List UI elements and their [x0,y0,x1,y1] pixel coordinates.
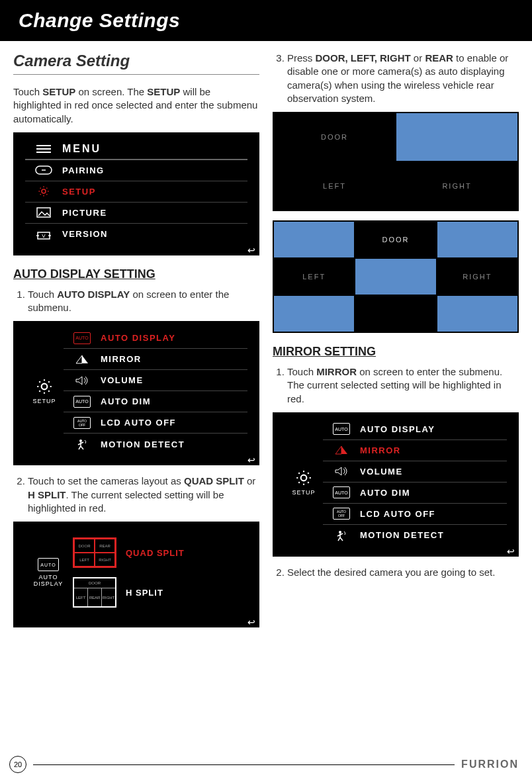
setup-item-auto-dim: AUTO DIM [101,396,151,406]
setup-item-motion-detect: MOTION DETECT [101,439,185,449]
page-banner: Change Settings [0,0,532,41]
svg-point-13 [79,439,82,442]
grid1-right: RIGHT [396,162,517,210]
camera-grid-1: DOOR LEFT RIGHT [273,112,519,211]
sub-title-mirror: MIRROR SETTING [273,345,519,359]
setup-item-motion-detect: MOTION DETECT [360,530,444,540]
menu-item-picture: PICTURE [62,208,107,218]
return-icon: ↩ [247,245,255,255]
grid2-door: DOOR [355,222,435,257]
split-screenshot: AUTO AUTO DISPLAY DOORREAR LEFTRIGHT QUA… [13,522,259,627]
setup-item-mirror: MIRROR [101,354,142,364]
version-icon: V [25,229,62,240]
return-icon: ↩ [507,546,515,557]
svg-point-17 [339,531,341,533]
setup-item-auto-display: AUTO DISPLAY [101,333,175,343]
page-footer: 20 FURRION [0,756,532,773]
auto-step-3: Press DOOR, LEFT, RIGHT or REAR to enabl… [287,52,519,105]
mirror-step-2: Select the desired camera you are going … [287,566,519,579]
brand-logo: FURRION [461,758,519,770]
setup-submenu-screenshot: SETUP AUTOAUTO DISPLAY MIRROR VOLUME AUT… [13,321,259,465]
setup-icon [25,185,62,197]
mirror-step-1: Touch MIRROR on screen to enter the subm… [287,365,519,406]
auto-step-1: Touch AUTO DISPLAY on screen to enter th… [28,288,259,315]
grid2-left: LEFT [274,259,354,295]
svg-marker-14 [335,446,341,454]
auto-icon: AUTO [38,558,59,571]
menu-header-label: MENU [62,143,101,155]
setup-item-auto-dim: AUTO DIM [360,488,410,498]
grid1-door: DOOR [274,113,395,161]
setup-item-mirror: MIRROR [360,445,401,455]
gear-icon [295,469,312,486]
mirror-submenu-screenshot: SETUP AUTOAUTO DISPLAY MIRROR VOLUME AUT… [273,412,519,557]
svg-marker-12 [76,377,82,385]
pairing-icon [25,165,62,175]
setup-item-lcd-auto-off: LCD AUTO OFF [360,509,435,519]
svg-marker-10 [76,355,82,363]
auto-display-side-label: AUTO DISPLAY [29,574,67,587]
h-split-label: H SPLIT [126,588,163,598]
intro-text: Touch SETUP on screen. The SETUP will be… [13,85,259,126]
setup-item-lcd-auto-off: LCD AUTO OFF [101,418,176,428]
picture-icon [25,207,62,218]
quad-split-label: QUAD SPLIT [126,548,185,558]
svg-marker-15 [341,446,347,454]
grid1-left: LEFT [274,162,395,210]
h-split-option: DOOR LEFTREARRIGHT H SPLIT [73,577,238,608]
menu-item-version: VERSION [62,229,108,239]
return-icon: ↩ [247,455,255,465]
auto-step-2: Touch to set the cameras layout as QUAD … [28,475,259,515]
setup-side-label: SETUP [292,489,315,496]
page-number: 20 [9,756,26,773]
svg-marker-16 [335,467,341,475]
setup-side-label: SETUP [32,398,56,404]
camera-grid-2: DOOR LEFT RIGHT [273,220,519,333]
return-icon: ↩ [247,617,255,627]
gear-icon [36,378,53,395]
hamburger-icon [25,144,62,154]
quad-split-option: DOORREAR LEFTRIGHT QUAD SPLIT [73,537,238,568]
menu-screenshot: MENU PAIRING SETUP [13,132,259,255]
grid2-right: RIGHT [437,259,517,295]
right-column: Press DOOR, LEFT, RIGHT or REAR to enabl… [273,52,519,637]
grid1-blue-top [396,113,517,161]
menu-item-pairing: PAIRING [62,165,105,175]
setup-item-volume: VOLUME [360,467,403,477]
svg-marker-11 [82,355,88,363]
menu-item-setup: SETUP [62,187,96,197]
setup-item-volume: VOLUME [101,375,144,385]
section-title-camera-setting: Camera Setting [13,52,259,75]
setup-item-auto-display: AUTO DISPLAY [360,424,435,434]
svg-text:V: V [42,233,46,239]
sub-title-auto-display: AUTO DISPLAY SETTING [13,267,259,281]
left-column: Camera Setting Touch SETUP on screen. Th… [13,52,259,637]
